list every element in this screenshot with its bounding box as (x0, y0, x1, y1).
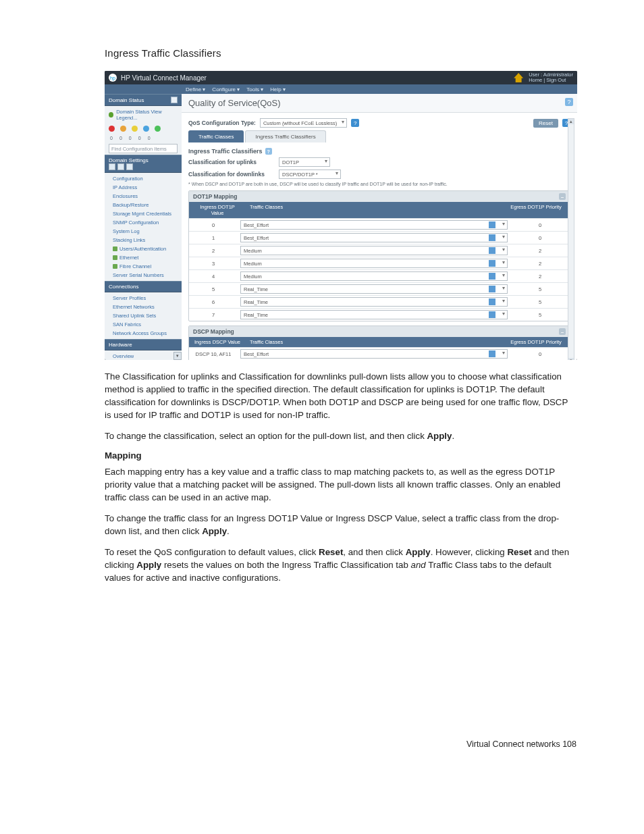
sidebar-domain-settings[interactable]: Domain Settings (105, 155, 182, 173)
chevron-down-icon[interactable] (489, 234, 495, 241)
icon1[interactable] (109, 163, 115, 170)
scroll-up-icon[interactable]: ▴ (568, 119, 574, 124)
sidebar-item[interactable]: Server Profiles (105, 294, 182, 303)
traffic-class-select[interactable]: Medium (240, 246, 508, 255)
para5: To reset the QoS configuration to defaul… (105, 546, 576, 585)
section-ingress: Ingress Traffic Classifiers ? (188, 148, 570, 155)
sidebar-item[interactable]: System Log (105, 227, 182, 236)
cfg-type-label: QoS Configuration Type: (188, 120, 256, 126)
table-row: 4Medium2 (189, 269, 570, 282)
user-links[interactable]: User : Administrator Home | Sign Out (529, 72, 573, 84)
table-row: 2Medium2 (189, 244, 570, 257)
table-row: 0Best_Effort0 (189, 218, 570, 231)
collapse-icon[interactable]: – (559, 328, 566, 335)
sidebar-item[interactable]: Storage Mgmt Credentials (105, 209, 182, 218)
chevron-down-icon[interactable] (489, 350, 495, 357)
cell-value: 0 (189, 222, 238, 228)
sidebar-item[interactable]: Configuration (105, 174, 182, 183)
traffic-class-select[interactable]: Medium (240, 259, 508, 268)
traffic-class-select[interactable]: Real_Time (240, 310, 508, 319)
menu-define[interactable]: Define ▾ (186, 86, 205, 93)
menu-help[interactable]: Help ▾ (270, 86, 286, 93)
sidebar-item[interactable]: SNMP Configuration (105, 218, 182, 227)
chevron-down-icon[interactable] (489, 247, 495, 254)
sidebar-domain-status[interactable]: Domain Status (105, 94, 182, 106)
dscp-panel: DSCP Mapping– Ingress DSCP Value Traffic… (188, 325, 570, 360)
settings-tree: Configuration IP Address Enclosures Back… (105, 173, 182, 281)
search-input[interactable]: Find Configuration Items (109, 144, 178, 153)
sidebar: Domain Status Domain Status View Legend.… (105, 94, 182, 360)
menu-tools[interactable]: Tools ▾ (246, 86, 263, 93)
traffic-class-select[interactable]: Best_Effort (240, 220, 508, 230)
table-row: DSCP 10, AF11Best_Effort0 (189, 347, 570, 360)
hdr-traffic-classes: Traffic Classes (246, 202, 502, 218)
info-icon (143, 126, 149, 132)
icon3[interactable] (126, 163, 133, 170)
sidebar-item[interactable]: SAN Fabrics (105, 320, 182, 329)
status-icons (105, 124, 182, 134)
scrollbar[interactable]: ▴ ▾ (568, 118, 574, 360)
sidebar-item[interactable]: Enclosures (105, 192, 182, 201)
home-icon[interactable] (514, 73, 523, 82)
sidebar-item[interactable]: Ethernet Networks (105, 303, 182, 311)
chevron-down-icon[interactable] (489, 311, 495, 318)
sidebar-connections[interactable]: Connections (105, 281, 182, 292)
para1: The Classification for uplinks and Class… (105, 371, 576, 422)
sidebar-item[interactable]: Shared Uplink Sets (105, 311, 182, 320)
mapping-heading: Mapping (105, 450, 576, 461)
chevron-down-icon[interactable] (489, 221, 495, 228)
warn1-icon (120, 126, 126, 132)
scroll-down-icon[interactable]: ▾ (568, 358, 574, 360)
cell-priority: 0 (510, 351, 570, 357)
cell-priority: 2 (510, 248, 570, 254)
sidebar-item[interactable]: Server Serial Numbers (105, 271, 182, 280)
uplinks-select[interactable]: DOT1P (279, 157, 330, 167)
cell-value: 7 (189, 312, 238, 318)
cfg-help-icon[interactable]: ? (351, 119, 359, 127)
traffic-class-select[interactable]: Best_Effort (240, 233, 508, 242)
sidebar-item[interactable]: Ethernet (105, 253, 182, 262)
help-icon[interactable]: ? (565, 98, 573, 106)
cell-priority: 5 (510, 312, 570, 318)
cell-priority: 2 (510, 273, 570, 280)
table-row: 3Medium2 (189, 257, 570, 269)
section-help-icon[interactable]: ? (265, 148, 272, 155)
menubar: Define ▾ Configure ▾ Tools ▾ Help ▾ (105, 84, 577, 94)
page-title: Quality of Service(QoS) ? (182, 94, 577, 113)
traffic-class-select[interactable]: Best_Effort (240, 349, 508, 359)
para4: To change the traffic class for an Ingre… (105, 513, 576, 538)
sidebar-hardware[interactable]: Hardware (105, 339, 182, 350)
reset-button[interactable]: Reset (533, 119, 558, 128)
tab-ingress-classifiers[interactable]: Ingress Traffic Classifiers (245, 130, 325, 142)
downlinks-select[interactable]: DSCP/DOT1P * (279, 170, 341, 179)
traffic-class-select[interactable]: Medium (240, 271, 508, 281)
collapse-icon[interactable] (171, 97, 178, 103)
cell-value: 1 (189, 235, 238, 241)
downlinks-label: Classification for downlinks (188, 171, 275, 178)
collapse-icon[interactable]: – (559, 193, 566, 200)
main-panel: Quality of Service(QoS) ? QoS Configurat… (182, 94, 577, 360)
menu-configure[interactable]: Configure ▾ (212, 86, 240, 93)
chevron-down-icon[interactable] (489, 286, 495, 292)
traffic-class-select[interactable]: Real_Time (240, 297, 508, 307)
sidebar-item[interactable]: Network Access Groups (105, 329, 182, 338)
table-row: 1Best_Effort0 (189, 231, 570, 244)
icon2[interactable] (117, 163, 124, 170)
chevron-down-icon[interactable] (489, 260, 495, 267)
dscp-title: DSCP Mapping (193, 328, 234, 335)
cell-priority: 5 (510, 286, 570, 292)
sidebar-item[interactable]: Fibre Channel (105, 262, 182, 271)
traffic-class-select[interactable]: Real_Time (240, 284, 508, 294)
hdr-traffic-classes: Traffic Classes (246, 337, 502, 347)
chevron-down-icon[interactable] (489, 298, 495, 305)
sidebar-item[interactable]: Backup/Restore (105, 201, 182, 209)
sidebar-item[interactable]: Stacking Links (105, 236, 182, 244)
legend-link[interactable]: Domain Status View Legend... (105, 106, 182, 124)
chevron-down-icon[interactable] (489, 273, 495, 280)
cfg-type-select[interactable]: Custom (without FCoE Lossless) (260, 118, 347, 128)
sidebar-item[interactable]: Overview (105, 352, 182, 360)
sidebar-item[interactable]: IP Address (105, 183, 182, 192)
sidebar-item[interactable]: Users/Authentication (105, 244, 182, 253)
tab-traffic-classes[interactable]: Traffic Classes (188, 130, 244, 142)
scroll-down-icon[interactable]: ▾ (173, 352, 182, 360)
